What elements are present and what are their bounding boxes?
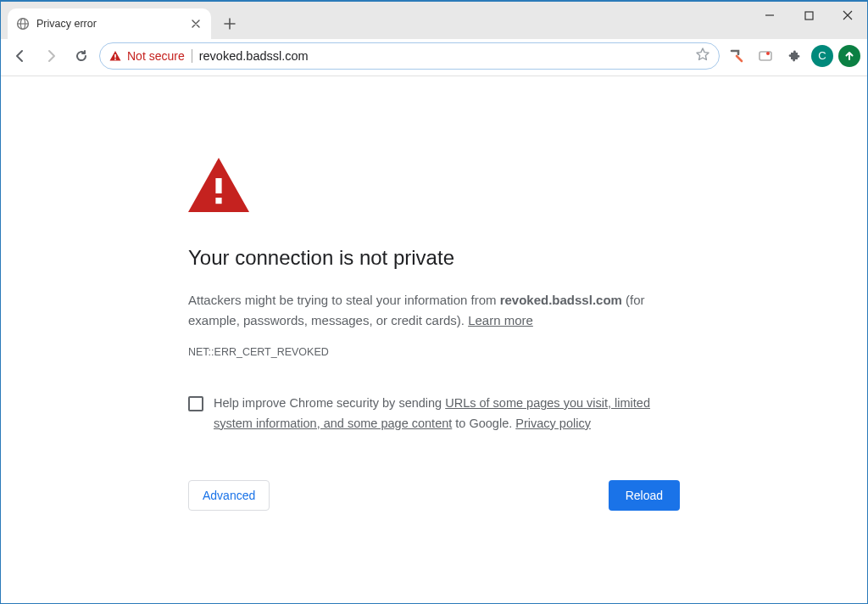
maximize-button[interactable] [789, 2, 828, 29]
svg-rect-4 [805, 12, 813, 20]
opt-in-row: Help improve Chrome security by sending … [188, 394, 680, 434]
titlebar: Privacy error [1, 2, 867, 39]
page-content: Your connection is not private Attackers… [1, 76, 867, 511]
extension-icon-2[interactable] [754, 44, 777, 68]
danger-triangle-icon [188, 158, 680, 215]
globe-icon [16, 17, 30, 31]
advanced-button[interactable]: Advanced [188, 480, 270, 511]
security-indicator[interactable]: Not secure [108, 49, 185, 63]
warning-triangle-icon [108, 49, 122, 63]
bookmark-star-icon[interactable] [695, 47, 710, 65]
close-window-button[interactable] [828, 2, 867, 29]
reload-button-toolbar[interactable] [69, 43, 94, 69]
privacy-policy-link[interactable]: Privacy policy [515, 417, 591, 430]
update-badge-icon[interactable] [838, 45, 860, 67]
svg-point-8 [766, 52, 770, 55]
address-bar[interactable]: Not secure revoked.badssl.com [99, 42, 720, 70]
tab-title: Privacy error [36, 18, 182, 30]
new-tab-button[interactable] [218, 12, 242, 36]
extensions-puzzle-icon[interactable] [782, 44, 806, 68]
svg-rect-5 [114, 54, 116, 58]
reload-button[interactable]: Reload [609, 480, 680, 511]
forward-button[interactable] [38, 43, 64, 69]
url-text: revoked.badssl.com [199, 49, 309, 63]
page-heading: Your connection is not private [188, 246, 680, 270]
omnibox-divider [192, 49, 192, 63]
extension-icon-1[interactable] [725, 44, 748, 68]
hostname: revoked.badssl.com [500, 293, 622, 307]
toolbar: Not secure revoked.badssl.com C [1, 39, 867, 76]
learn-more-link[interactable]: Learn more [468, 313, 533, 327]
avatar-letter: C [818, 49, 826, 62]
svg-rect-6 [114, 59, 116, 60]
browser-tab[interactable]: Privacy error [8, 8, 211, 39]
security-label: Not secure [127, 49, 185, 63]
minimize-button[interactable] [750, 2, 789, 29]
svg-rect-10 [215, 198, 221, 204]
opt-in-checkbox[interactable] [188, 396, 203, 411]
profile-avatar[interactable]: C [811, 45, 833, 67]
window-controls [750, 2, 867, 32]
close-tab-icon[interactable] [189, 17, 203, 31]
ssl-interstitial: Your connection is not private Attackers… [188, 158, 680, 511]
action-row: Advanced Reload [188, 480, 680, 511]
svg-rect-9 [215, 178, 221, 193]
explanation-text: Attackers might be trying to steal your … [188, 290, 680, 331]
opt-in-text: Help improve Chrome security by sending … [214, 394, 680, 434]
back-button[interactable] [8, 43, 33, 69]
error-code: NET::ERR_CERT_REVOKED [188, 346, 680, 358]
